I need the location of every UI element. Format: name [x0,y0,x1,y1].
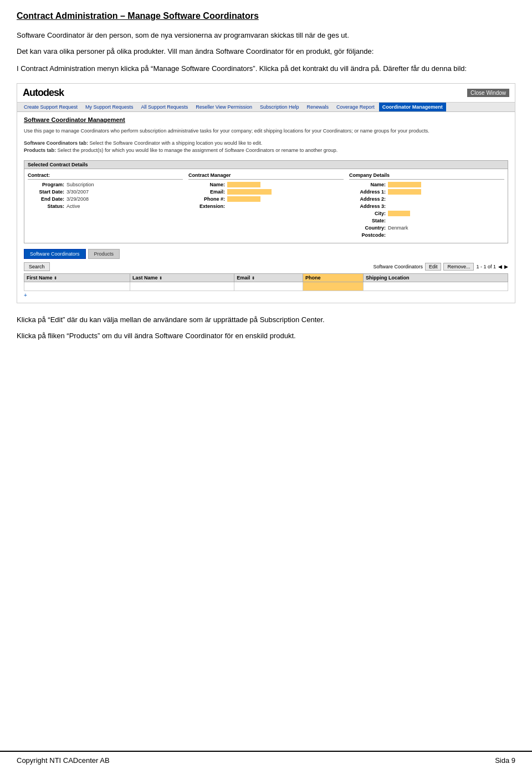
country-row: Country: Denmark [349,225,504,231]
state-value [388,218,390,223]
address2-row: Address 2: [349,196,504,202]
pagination-prev-icon[interactable]: ◀ [498,264,502,269]
start-date-label: Start Date: [28,189,66,195]
page-number: Sida 9 [495,756,515,765]
tab-info-sw: Software Coordinators tab: Select the So… [24,140,508,147]
search-button[interactable]: Search [24,262,50,271]
contract-details-label: Selected Contract Details [24,161,508,169]
pagination-label: 1 - 1 of 1 [476,264,496,269]
copyright-text: Copyright NTI CADcenter AB [17,756,110,765]
contract-details-box: Selected Contract Details Contract: Prog… [24,160,508,243]
company-name-row: Name: [349,182,504,187]
address3-label: Address 3: [349,203,388,209]
navigation-bar: Create Support Request My Support Reques… [17,103,515,112]
cell-last-name [130,282,234,291]
start-date-value: 3/30/2007 [66,189,89,195]
city-label: City: [349,211,388,216]
manager-ext-row: Extension: [188,203,344,209]
company-name-label: Name: [349,182,388,187]
sort-first-name-icon[interactable]: ⇕ [54,276,57,280]
instruction-p1: I Contract Administration menyn klicka p… [17,63,515,75]
postcode-value [388,232,390,238]
pagination-next-icon[interactable]: ▶ [504,264,508,269]
page-footer: Copyright NTI CADcenter AB Sida 9 [0,751,532,769]
instruction-p3: Klicka på fliken “Products” om du vill ä… [17,330,515,342]
table-row [24,282,508,291]
nav-renewals[interactable]: Renewals [304,103,332,111]
tab-products[interactable]: Products [88,249,120,259]
manager-ext-value [227,203,229,209]
nav-coverage-report[interactable]: Coverage Report [333,103,378,111]
contract-col-1-header: Contract: [28,172,183,180]
cell-first-name [24,282,130,291]
manager-phone-value [227,196,260,202]
manager-email-value [227,189,272,195]
company-name-value [388,182,421,187]
nav-reseller-view[interactable]: Reseller View Permission [192,103,255,111]
coordinators-table: First Name ⇕ Last Name ⇕ Email ⇕ Phone [24,273,508,291]
autodesk-body: Software Coordinator Management Use this… [17,112,515,303]
city-value [388,211,410,216]
contract-end-row: End Date: 3/29/2008 [28,196,183,202]
tab-bar: Software Coordinators Products [24,249,508,259]
table-header-row: First Name ⇕ Last Name ⇕ Email ⇕ Phone [24,273,508,282]
intro-text: Software Coordinator är den person, som … [17,30,515,58]
address1-label: Address 1: [349,189,388,195]
add-row-button[interactable]: + [24,292,27,298]
section-title: Software Coordinator Management [24,116,508,123]
page-content: Contract Administration – Manage Softwar… [0,0,532,391]
manager-phone-row: Phone #: [188,196,344,202]
nav-create-support[interactable]: Create Support Request [21,103,81,111]
tab-info-sw-text: Select the Software Coordinator with a s… [90,140,263,146]
col-shipping-location: Shipping Location [363,273,508,282]
section-description: Use this page to manage Coordinators who… [24,128,508,135]
end-date-value: 3/29/2008 [66,196,89,202]
col-last-name[interactable]: Last Name ⇕ [130,273,234,282]
tab-info: Software Coordinators tab: Select the So… [24,140,508,155]
state-row: State: [349,218,504,223]
contract-start-row: Start Date: 3/30/2007 [28,189,183,195]
state-label: State: [349,218,388,223]
manager-name-value [227,182,260,187]
close-window-button[interactable]: Close Window [467,89,509,97]
nav-my-support[interactable]: My Support Requests [82,103,137,111]
tab-info-products-text: Select the product(s) for which you woul… [58,147,338,153]
country-label: Country: [349,225,388,231]
postcode-row: Postcode: [349,232,504,238]
instruction-text: I Contract Administration menyn klicka p… [17,63,515,75]
edit-button[interactable]: Edit [425,263,442,271]
contract-details-grid: Contract: Program: Subscription Start Da… [24,169,508,243]
sort-email-icon[interactable]: ⇕ [252,276,255,280]
manager-name-row: Name: [188,182,344,187]
address1-row: Address 1: [349,189,504,195]
post-screenshot-instructions: Klicka på “Edit” där du kan välja mellan… [17,314,515,342]
autodesk-logo: Autodesk [23,87,64,99]
address1-value [388,189,421,195]
postcode-label: Postcode: [349,232,388,238]
col-first-name[interactable]: First Name ⇕ [24,273,130,282]
intro-p1: Software Coordinator är den person, som … [17,30,515,42]
address3-row: Address 3: [349,203,504,209]
instruction-p2: Klicka på “Edit” där du kan välja mellan… [17,314,515,326]
contract-program-row: Program: Subscription [28,182,183,187]
cell-shipping-location [363,282,508,291]
col-phone: Phone [303,273,364,282]
nav-coordinator-management[interactable]: Coordinator Management [379,103,446,111]
address2-value [388,196,390,202]
nav-all-support[interactable]: All Support Requests [138,103,192,111]
remove-button[interactable]: Remove... [443,263,474,271]
sort-last-name-icon[interactable]: ⇕ [159,276,162,280]
contract-col-3: Company Details Name: Address 1: Address… [349,172,504,240]
cell-email [234,282,303,291]
contract-status-row: Status: Active [28,203,183,209]
intro-p2: Det kan vara olika personer på olika pro… [17,46,515,58]
autodesk-header: Autodesk Close Window [17,84,515,103]
nav-subscription-help[interactable]: Subscription Help [257,103,303,111]
end-date-label: End Date: [28,196,66,202]
tab-info-sw-label: Software Coordinators tab: [24,140,88,146]
tab-info-products-label: Products tab: [24,147,56,153]
tab-software-coordinators[interactable]: Software Coordinators [24,249,86,259]
manager-email-row: Email: [188,189,344,195]
country-value: Denmark [388,225,408,231]
col-email[interactable]: Email ⇕ [234,273,303,282]
